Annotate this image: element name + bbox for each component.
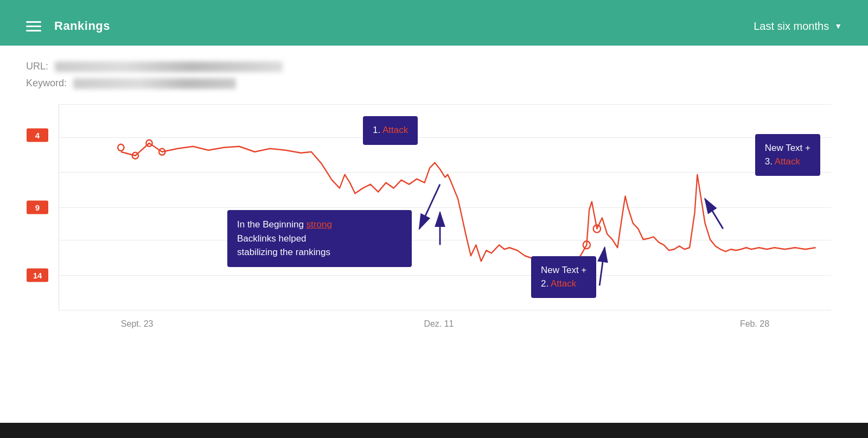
chart-inner: 4 9 14: [59, 104, 831, 310]
y-label-9: 9: [27, 200, 48, 214]
x-label-dez: Dez. 11: [424, 319, 454, 329]
arrow-1: [419, 185, 440, 229]
annotation-box-2-attack: New Text +2. Attack: [531, 256, 596, 298]
annotation-2-attack: Attack: [551, 278, 576, 289]
data-point: [118, 144, 124, 151]
annotation-backlinks-text: Backlinks helpedstabilizing the rankings: [237, 233, 330, 258]
x-label-feb: Feb. 28: [740, 319, 769, 329]
arrow-4: [705, 199, 723, 229]
annotation-1-attack: Attack: [382, 125, 408, 135]
annotation-3-attack: Attack: [775, 156, 800, 167]
dropdown-arrow-icon: ▼: [834, 22, 842, 30]
app-header: Rankings Last six months ▼: [0, 7, 868, 46]
annotation-strong-link: strong: [307, 219, 332, 230]
footer-bar: [0, 423, 868, 438]
header-left: Rankings: [26, 19, 110, 33]
url-row: URL:: [26, 61, 842, 72]
y-badge-14: 14: [27, 268, 48, 282]
arrow-3: [599, 247, 604, 285]
ranking-line: [121, 143, 816, 272]
y-badge-4: 4: [27, 128, 48, 142]
grid-line-bottom: [59, 310, 831, 310]
main-content: URL: Keyword: 4 9 14: [0, 46, 868, 354]
keyword-row: Keyword:: [26, 78, 842, 89]
chart-container: 4 9 14: [26, 104, 842, 354]
url-value-blurred: [55, 61, 283, 72]
chart-svg: [59, 104, 831, 310]
y-label-4: 4: [27, 128, 48, 142]
annotation-1-number: 1.: [373, 125, 382, 135]
annotation-box-backlinks: In the Beginning strong Backlinks helped…: [227, 210, 412, 267]
x-axis-labels: Sept. 23 Dez. 11 Feb. 28: [59, 319, 831, 329]
hamburger-menu[interactable]: [26, 21, 41, 31]
keyword-value-blurred: [73, 78, 236, 89]
annotation-box-1-attack: 1. Attack: [363, 116, 418, 145]
annotation-box-3-attack: New Text +3. Attack: [755, 134, 820, 176]
top-decorative-bar: [0, 0, 868, 7]
y-label-14: 14: [27, 268, 48, 282]
period-selector[interactable]: Last six months ▼: [754, 20, 842, 33]
annotation-beginning-text: In the Beginning: [237, 219, 307, 230]
keyword-label: Keyword:: [26, 78, 67, 89]
y-badge-9: 9: [27, 200, 48, 214]
x-label-sept: Sept. 23: [121, 319, 154, 329]
page-title: Rankings: [54, 19, 110, 33]
url-label: URL:: [26, 61, 48, 72]
period-label: Last six months: [754, 20, 829, 33]
